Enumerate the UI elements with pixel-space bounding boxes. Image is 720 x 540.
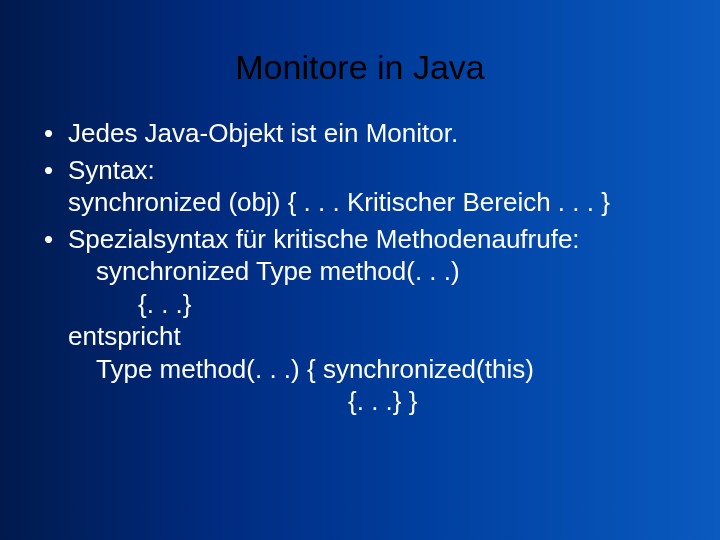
bullet-text: Jedes Java-Objekt ist ein Monitor. <box>68 118 458 148</box>
bullet-line: Syntax: <box>68 154 690 187</box>
slide: Monitore in Java Jedes Java-Objekt ist e… <box>0 0 720 540</box>
bullet-line: synchronized Type method(. . .) <box>68 255 690 288</box>
bullet-item-2: Syntax: synchronized (obj) { . . . Kriti… <box>40 154 690 219</box>
bullet-line: Spezialsyntax für kritische Methodenaufr… <box>68 223 690 256</box>
bullet-list: Jedes Java-Objekt ist ein Monitor. Synta… <box>40 117 690 418</box>
bullet-line: entspricht <box>68 320 690 353</box>
slide-title: Monitore in Java <box>0 0 720 117</box>
bullet-line: synchronized (obj) { . . . Kritischer Be… <box>68 186 690 219</box>
bullet-item-1: Jedes Java-Objekt ist ein Monitor. <box>40 117 690 150</box>
bullet-line: {. . .} } <box>68 385 690 418</box>
bullet-line: Type method(. . .) { synchronized(this) <box>68 353 690 386</box>
bullet-line: {. . .} <box>68 288 690 321</box>
bullet-item-3: Spezialsyntax für kritische Methodenaufr… <box>40 223 690 418</box>
slide-content: Jedes Java-Objekt ist ein Monitor. Synta… <box>0 117 720 418</box>
